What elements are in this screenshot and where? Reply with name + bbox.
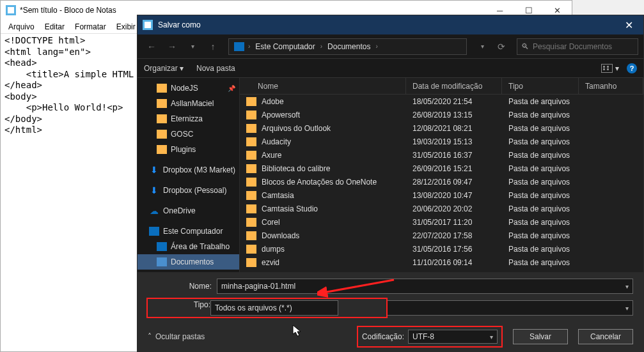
- tree-pane[interactable]: NodeJS📌AsllanMacielEternizzaGOSCPlugins⬇…: [137, 78, 240, 272]
- file-list[interactable]: Adobe18/05/2020 21:54Pasta de arquivosAp…: [240, 95, 643, 272]
- tree-item-label: Documentos: [171, 257, 214, 266]
- file-date: 31/05/2016 17:56: [406, 245, 502, 254]
- tree-item[interactable]: NodeJS📌: [137, 80, 239, 96]
- tree-item-label: NodeJS: [171, 84, 198, 93]
- cancel-button[interactable]: Cancelar: [578, 329, 633, 344]
- chevron-right-icon: ›: [320, 43, 322, 50]
- fields-area: Nome: minha-pagina-01.html ▾ Tipo: Todos…: [137, 272, 643, 322]
- file-date: 28/12/2016 09:47: [406, 178, 502, 187]
- help-button[interactable]: ?: [627, 63, 637, 73]
- table-row[interactable]: Biblioteca do calibre26/09/2016 15:21Pas…: [240, 162, 643, 175]
- breadcrumb[interactable]: › Este Computador › Documentos ›: [228, 38, 467, 55]
- table-row[interactable]: Corel31/05/2017 11:20Pasta de arquivos: [240, 215, 643, 229]
- file-name: Corel: [262, 218, 280, 227]
- breadcrumb-dropdown-button[interactable]: ▾: [473, 38, 491, 56]
- file-name: ezvid: [262, 258, 279, 267]
- folder-icon: [246, 191, 256, 200]
- file-date: 31/05/2017 11:20: [406, 218, 502, 227]
- folder-icon: [246, 258, 256, 267]
- chevron-down-icon[interactable]: ▾: [625, 305, 629, 312]
- tree-item[interactable]: Eternizza: [137, 111, 239, 126]
- dropbox-icon: ⬇: [149, 165, 159, 175]
- file-type: Pasta de arquivos: [502, 178, 579, 187]
- nav-up-button[interactable]: ↑: [204, 38, 222, 56]
- tree-item[interactable]: Plugins: [137, 142, 239, 157]
- table-row[interactable]: Arquivos do Outlook12/08/2021 08:21Pasta…: [240, 121, 643, 135]
- chevron-down-icon[interactable]: ▾: [625, 283, 629, 290]
- table-row[interactable]: Camtasia13/08/2020 10:47Pasta de arquivo…: [240, 188, 643, 202]
- folder-icon: [246, 111, 256, 119]
- view-mode-button[interactable]: ▾: [601, 64, 619, 73]
- chevron-right-icon: ›: [248, 43, 250, 50]
- tree-item[interactable]: ⬇Dropbox (Pessoal): [137, 183, 239, 198]
- search-input[interactable]: 🔍︎ Pesquisar Documentos: [517, 38, 638, 55]
- dialog-close-button[interactable]: ✕: [615, 15, 643, 34]
- filename-input[interactable]: minha-pagina-01.html ▾: [217, 279, 633, 294]
- chevron-down-icon[interactable]: ▾: [490, 333, 493, 341]
- file-type: Pasta de arquivos: [502, 231, 579, 240]
- organize-menu[interactable]: Organizar ▾: [144, 64, 184, 73]
- breadcrumb-seg-0[interactable]: Este Computador: [251, 42, 318, 51]
- col-header-name[interactable]: Nome: [240, 78, 406, 94]
- tree-item[interactable]: Este Computador: [137, 224, 239, 239]
- menu-formatar[interactable]: Formatar: [71, 21, 110, 33]
- table-row[interactable]: Axure31/05/2016 16:37Pasta de arquivos: [240, 148, 643, 162]
- tree-item[interactable]: ⬇Dropbox (M3 Market): [137, 162, 239, 178]
- tree-item[interactable]: GOSC: [137, 126, 239, 142]
- encoding-group: Codificação: UTF-8 ▾: [357, 326, 503, 348]
- file-name: Biblioteca do calibre: [262, 164, 330, 173]
- tree-item-label: Área de Trabalho: [171, 242, 230, 251]
- folder-icon: [246, 137, 256, 146]
- table-row[interactable]: Camtasia Studio20/06/2020 20:02Pasta de …: [240, 202, 643, 215]
- table-row[interactable]: Adobe18/05/2020 21:54Pasta de arquivos: [240, 95, 643, 108]
- menu-editar[interactable]: Editar: [41, 21, 68, 33]
- file-date: 13/08/2020 10:47: [406, 191, 502, 200]
- nav-back-button[interactable]: ←: [143, 38, 161, 56]
- save-as-dialog: Salvar como ✕ ← → ▾ ↑ › Este Computador …: [137, 15, 644, 352]
- file-type: Pasta de arquivos: [502, 258, 579, 267]
- save-button[interactable]: Salvar: [513, 329, 568, 344]
- folder-icon: [157, 130, 167, 139]
- file-name: Camtasia Studio: [262, 204, 318, 213]
- new-folder-button[interactable]: Nova pasta: [196, 64, 235, 73]
- filetype-dropdown[interactable]: ▾: [388, 300, 633, 316]
- breadcrumb-seg-1[interactable]: Documentos: [324, 42, 374, 51]
- tree-item[interactable]: ☁OneDrive: [137, 203, 239, 218]
- col-header-type[interactable]: Tipo: [502, 78, 579, 94]
- table-row[interactable]: ezvid11/10/2016 09:14Pasta de arquivos: [240, 256, 643, 269]
- folder-icon: [157, 99, 167, 108]
- filename-label: Nome:: [148, 282, 212, 291]
- dialog-titlebar[interactable]: Salvar como ✕: [137, 15, 643, 34]
- col-header-date[interactable]: Data de modificação: [406, 78, 502, 94]
- table-row[interactable]: Blocos de Anotações do OneNote28/12/2016…: [240, 175, 643, 188]
- table-row[interactable]: dumps31/05/2016 17:56Pasta de arquivos: [240, 242, 643, 256]
- nav-recent-button[interactable]: ▾: [184, 38, 201, 56]
- desktop-icon: [157, 242, 167, 251]
- table-row[interactable]: Audacity19/03/2019 15:13Pasta de arquivo…: [240, 135, 643, 148]
- tree-item[interactable]: Documentos: [137, 254, 239, 270]
- encoding-label: Codificação:: [362, 332, 404, 341]
- file-date: 31/05/2016 16:37: [406, 151, 502, 160]
- file-name: Downloads: [262, 231, 299, 240]
- filetype-value: Todos os arquivos (*.*): [215, 303, 292, 312]
- menu-arquivo[interactable]: Arquivo: [4, 21, 38, 33]
- folder-icon: [246, 164, 256, 173]
- hide-folders-link[interactable]: ˄ Ocultar pastas: [148, 332, 205, 341]
- file-date: 19/03/2019 15:13: [406, 137, 502, 146]
- nav-forward-button[interactable]: →: [163, 38, 181, 56]
- table-row[interactable]: Apowersoft26/08/2019 13:15Pasta de arqui…: [240, 108, 643, 121]
- tree-item[interactable]: Área de Trabalho: [137, 239, 239, 254]
- tree-item[interactable]: AsllanMaciel: [137, 96, 239, 111]
- refresh-button[interactable]: ⟳: [492, 38, 510, 56]
- file-name: Audacity: [262, 137, 291, 146]
- col-header-size[interactable]: Tamanho: [579, 78, 643, 94]
- tree-item[interactable]: Downloads: [137, 270, 239, 272]
- folder-icon: [246, 204, 256, 213]
- menu-exibir[interactable]: Exibir: [113, 21, 139, 33]
- table-row[interactable]: Downloads22/07/2020 17:58Pasta de arquiv…: [240, 229, 643, 242]
- onedrive-icon: ☁: [149, 206, 159, 216]
- filetype-dropdown-inner[interactable]: Todos os arquivos (*.*): [210, 300, 338, 316]
- encoding-dropdown[interactable]: UTF-8 ▾: [408, 330, 498, 344]
- folder-icon: [157, 145, 167, 154]
- folder-icon: [246, 97, 256, 106]
